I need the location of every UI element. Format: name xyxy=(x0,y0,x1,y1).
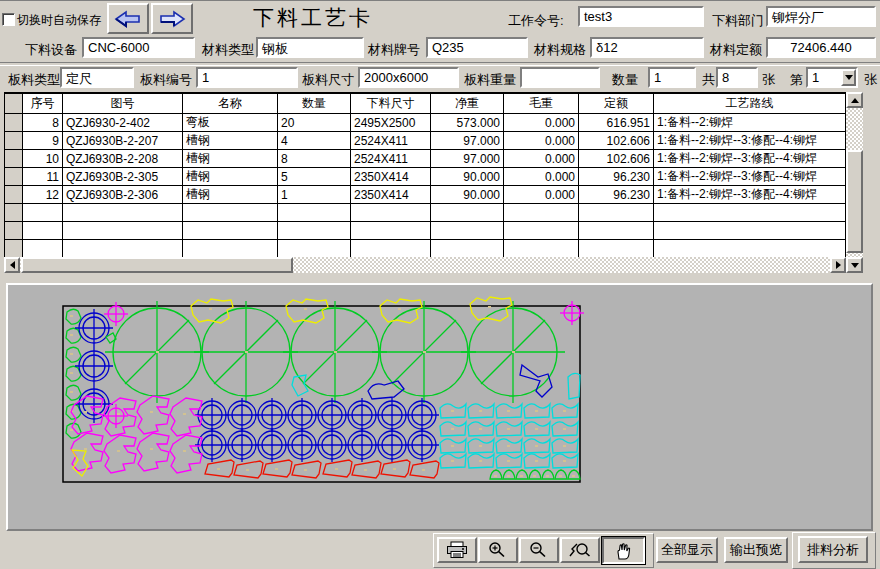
print-button[interactable] xyxy=(437,537,477,563)
table-row-empty[interactable] xyxy=(5,240,846,258)
table-row[interactable]: 12QZJ6930B-2-306槽钢12350X41490.0000.00096… xyxy=(5,186,846,204)
output-preview-button[interactable]: 输出预览 xyxy=(724,537,788,563)
table-cell[interactable]: 96.230 xyxy=(579,168,654,186)
table-cell[interactable]: 102.606 xyxy=(579,132,654,150)
plate-type-input[interactable]: 定尺 xyxy=(60,67,134,88)
table-row[interactable]: 11QZJ6930B-2-305槽钢52350X41490.0000.00096… xyxy=(5,168,846,186)
table-cell[interactable]: 1:备料--2:铆焊--3:修配--4:铆焊 xyxy=(654,186,846,204)
table-cell[interactable]: QZJ6930-2-402 xyxy=(63,114,183,132)
scroll-down-button[interactable] xyxy=(846,257,863,273)
table-cell[interactable] xyxy=(504,222,579,240)
row-selector[interactable] xyxy=(5,150,23,168)
table-cell[interactable] xyxy=(278,240,351,258)
row-selector[interactable] xyxy=(5,204,23,222)
row-selector[interactable] xyxy=(5,240,23,258)
table-cell[interactable]: 2524X411 xyxy=(351,132,431,150)
next-sheet-button[interactable] xyxy=(151,3,193,34)
table-cell[interactable] xyxy=(579,204,654,222)
row-selector[interactable] xyxy=(5,186,23,204)
table-cell[interactable] xyxy=(504,240,579,258)
table-cell[interactable]: 弯板 xyxy=(183,114,278,132)
table-cell[interactable] xyxy=(654,222,846,240)
table-cell[interactable]: 1:备料--2:铆焊--3:修配--4:铆焊 xyxy=(654,132,846,150)
table-cell[interactable] xyxy=(278,222,351,240)
table-cell[interactable]: 8 xyxy=(278,150,351,168)
table-cell[interactable] xyxy=(654,204,846,222)
vertical-scrollbar[interactable] xyxy=(846,92,863,273)
table-cell[interactable]: 97.000 xyxy=(431,150,504,168)
material-type-input[interactable]: 钢板 xyxy=(256,37,364,58)
table-cell[interactable]: 2350X414 xyxy=(351,168,431,186)
table-cell[interactable]: 0.000 xyxy=(504,168,579,186)
table-cell[interactable]: 2524X411 xyxy=(351,150,431,168)
table-cell[interactable] xyxy=(183,240,278,258)
table-cell[interactable]: 2495X2500 xyxy=(351,114,431,132)
department-input[interactable]: 铆焊分厂 xyxy=(766,6,876,27)
table-row[interactable]: 10QZJ6930B-2-208槽钢82524X41197.0000.00010… xyxy=(5,150,846,168)
table-cell[interactable] xyxy=(351,204,431,222)
quantity-input[interactable]: 1 xyxy=(648,67,696,88)
table-cell[interactable]: QZJ6930B-2-208 xyxy=(63,150,183,168)
table-cell[interactable]: 9 xyxy=(23,132,63,150)
row-selector[interactable] xyxy=(5,168,23,186)
zoom-in-button[interactable] xyxy=(478,537,518,563)
table-cell[interactable] xyxy=(504,204,579,222)
table-cell[interactable]: 96.230 xyxy=(579,186,654,204)
table-cell[interactable] xyxy=(431,204,504,222)
scroll-up-button[interactable] xyxy=(846,92,863,108)
table-cell[interactable]: 槽钢 xyxy=(183,132,278,150)
table-cell[interactable] xyxy=(431,222,504,240)
table-cell[interactable] xyxy=(579,240,654,258)
row-selector[interactable] xyxy=(5,132,23,150)
table-cell[interactable]: QZJ6930B-2-207 xyxy=(63,132,183,150)
table-cell[interactable] xyxy=(183,204,278,222)
table-cell[interactable]: 102.606 xyxy=(579,150,654,168)
table-cell[interactable]: 0.000 xyxy=(504,132,579,150)
show-all-button[interactable]: 全部显示 xyxy=(656,537,718,563)
prev-sheet-button[interactable] xyxy=(107,3,149,34)
table-cell[interactable]: 0.000 xyxy=(504,150,579,168)
plate-weight-input[interactable] xyxy=(520,67,600,88)
table-cell[interactable] xyxy=(23,240,63,258)
table-cell[interactable]: 0.000 xyxy=(504,114,579,132)
table-cell[interactable] xyxy=(63,222,183,240)
table-cell[interactable] xyxy=(278,204,351,222)
nesting-preview-panel[interactable] xyxy=(6,283,873,531)
table-cell[interactable] xyxy=(183,222,278,240)
scroll-left-button[interactable] xyxy=(4,257,20,273)
table-cell[interactable]: 573.000 xyxy=(431,114,504,132)
material-quota-input[interactable]: 72406.440 xyxy=(766,37,876,58)
table-cell[interactable]: 1:备料--2:铆焊--3:修配--4:铆焊 xyxy=(654,150,846,168)
table-cell[interactable]: QZJ6930B-2-305 xyxy=(63,168,183,186)
table-cell[interactable]: 20 xyxy=(278,114,351,132)
dropdown-arrow-button[interactable] xyxy=(841,69,856,86)
table-cell[interactable]: 5 xyxy=(278,168,351,186)
table-cell[interactable]: 1:备料--2:铆焊 xyxy=(654,114,846,132)
material-grade-input[interactable]: Q235 xyxy=(426,37,528,58)
table-cell[interactable]: QZJ6930B-2-306 xyxy=(63,186,183,204)
plate-size-input[interactable]: 2000x6000 xyxy=(358,67,459,88)
table-cell[interactable] xyxy=(23,204,63,222)
table-cell[interactable]: 8 xyxy=(23,114,63,132)
material-spec-input[interactable]: δ12 xyxy=(590,37,704,58)
table-cell[interactable]: 0.000 xyxy=(504,186,579,204)
plate-no-input[interactable]: 1 xyxy=(196,67,298,88)
table-cell[interactable]: 11 xyxy=(23,168,63,186)
table-cell[interactable] xyxy=(431,240,504,258)
device-input[interactable]: CNC-6000 xyxy=(82,37,195,58)
zoom-out-button[interactable] xyxy=(519,537,559,563)
table-cell[interactable]: 槽钢 xyxy=(183,150,278,168)
table-cell[interactable]: 槽钢 xyxy=(183,168,278,186)
table-cell[interactable]: 10 xyxy=(23,150,63,168)
table-cell[interactable]: 616.951 xyxy=(579,114,654,132)
table-cell[interactable] xyxy=(63,204,183,222)
table-cell[interactable] xyxy=(579,222,654,240)
pan-button[interactable] xyxy=(602,537,645,564)
table-cell[interactable] xyxy=(654,240,846,258)
work-order-input[interactable]: test3 xyxy=(578,6,704,27)
table-cell[interactable]: 90.000 xyxy=(431,168,504,186)
table-cell[interactable] xyxy=(351,240,431,258)
horizontal-scrollbar[interactable] xyxy=(4,257,846,273)
table-cell[interactable]: 槽钢 xyxy=(183,186,278,204)
table-cell[interactable]: 1 xyxy=(278,186,351,204)
